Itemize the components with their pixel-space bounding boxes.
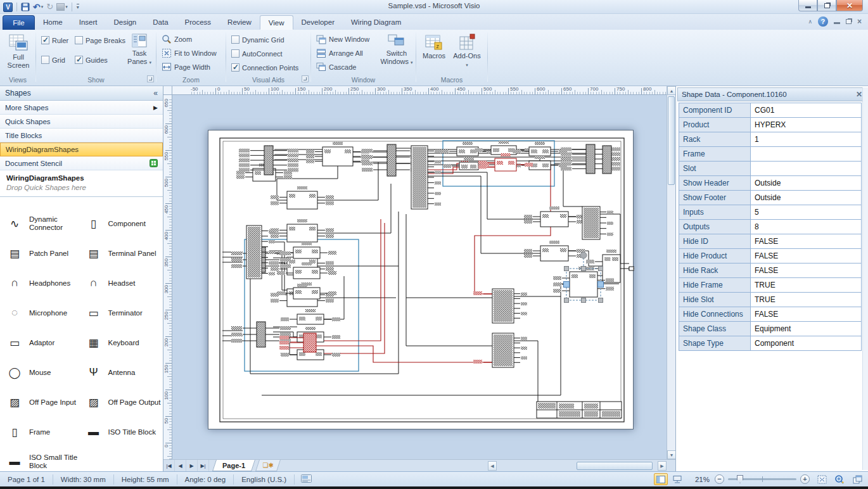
status-item[interactable]: Page 1 of 1 (0, 474, 53, 485)
stencil-shape[interactable]: ▤ Patch Panel (4, 244, 83, 263)
shape-data-field-value[interactable]: CG01 (751, 103, 862, 117)
insert-page-tab[interactable]: ❏✱ (255, 460, 281, 471)
scroll-left-icon[interactable]: ◀ (488, 461, 497, 471)
checkbox-icon[interactable] (41, 56, 49, 64)
stencil-shape[interactable]: ▯ Component (83, 214, 162, 233)
shape-data-field-value[interactable]: 8 (751, 220, 862, 234)
ribbon-tab[interactable]: Insert (71, 15, 106, 30)
horizontal-ruler[interactable]: -500501001502002503003504004505005506006… (172, 86, 667, 95)
shape-data-field-value[interactable] (751, 162, 862, 175)
stencil-shape[interactable]: ◌ Microphone (4, 303, 83, 322)
ribbon-tab[interactable]: View (260, 15, 293, 30)
zoom-slider-thumb[interactable] (737, 475, 743, 483)
minimize-button[interactable] (798, 0, 817, 11)
macros-button[interactable]: z Macros (419, 33, 449, 60)
shape-data-field-value[interactable]: FALSE (751, 264, 862, 277)
doc-restore-icon[interactable] (846, 19, 852, 24)
next-page-button[interactable]: ▶ (186, 460, 198, 471)
arrange-all-button[interactable]: Arrange All (316, 46, 363, 60)
stencil-shape[interactable]: ▭ Terminator (83, 303, 162, 322)
shape-data-field-value[interactable]: Equipment (751, 322, 862, 336)
checkbox-grid[interactable]: Grid (41, 56, 65, 64)
checkbox-guides[interactable]: Guides (75, 56, 108, 64)
shape-data-field-value[interactable]: FALSE (751, 234, 862, 248)
shape-data-field-value[interactable]: Component (751, 336, 862, 350)
stencil-section-row[interactable]: Title Blocks (0, 129, 163, 143)
horizontal-scrollbar[interactable]: ◀ ▶ (279, 460, 675, 471)
ribbon-tab[interactable]: Wiring Diagram (343, 15, 409, 30)
zoom-out-button[interactable]: − (715, 474, 724, 484)
drawing-page[interactable] (208, 130, 634, 429)
new-window-button[interactable]: New Window (316, 32, 369, 46)
checkbox-icon[interactable] (75, 36, 83, 44)
stencil-section-row[interactable]: WiringDiagramShapes (0, 143, 163, 156)
stencil-shape[interactable]: ∩ Headphones (4, 274, 83, 293)
stencil-shape[interactable]: Ψ Antenna (83, 363, 162, 382)
stencil-shape[interactable]: ▬ ISO Small Title Block (4, 452, 83, 471)
status-item[interactable]: Width: 30 mm (53, 474, 114, 485)
show-dialog-launcher[interactable] (147, 75, 154, 82)
language-keyboard-icon[interactable] (295, 474, 318, 485)
fit-page-button[interactable] (815, 473, 829, 485)
scroll-down-icon[interactable]: ▼ (667, 450, 676, 459)
checkbox-icon[interactable] (75, 56, 83, 64)
shape-data-field-value[interactable]: 5 (751, 205, 862, 219)
switch-windows-dropdown[interactable]: ▾ (411, 60, 413, 65)
checkbox-icon[interactable] (231, 35, 239, 44)
drawing-canvas[interactable] (172, 95, 667, 459)
close-button[interactable]: ✕ (836, 0, 863, 11)
ribbon-tab[interactable]: Process (177, 15, 220, 30)
horizontal-scroll-thumb[interactable] (577, 462, 653, 470)
checkbox-page-breaks[interactable]: Page Breaks (75, 36, 125, 44)
stencil-shape[interactable]: ▬ ISO Title Block (83, 422, 162, 441)
switch-windows-button-status[interactable] (850, 473, 864, 485)
stencil-shape[interactable]: ∩ Headset (83, 274, 162, 293)
full-screen-toggle[interactable] (670, 473, 684, 485)
ribbon-tab[interactable]: Review (219, 15, 260, 30)
shape-data-title-bar[interactable]: Shape Data - Component.10160 ✕ (677, 87, 867, 101)
task-panes-button[interactable]: TaskPanes ▾ (125, 33, 154, 67)
stencil-shape[interactable]: ∿ Dynamic Connector (4, 214, 83, 233)
vertical-scrollbar[interactable]: ▲ ▼ (667, 86, 675, 459)
shape-data-field-value[interactable]: TRUE (751, 278, 862, 292)
ribbon-tab[interactable]: Design (105, 15, 144, 30)
checkbox-dynamic-grid[interactable]: Dynamic Grid (231, 35, 284, 44)
shape-data-field-value[interactable] (751, 147, 862, 161)
ribbon-tab[interactable]: Home (35, 15, 71, 30)
checkbox-ruler[interactable]: Ruler (41, 36, 68, 44)
close-panel-icon[interactable]: ✕ (856, 90, 862, 99)
full-screen-button[interactable]: Full Screen (4, 33, 32, 70)
doc-close-icon[interactable]: × (857, 17, 862, 26)
stencil-shape[interactable]: ▨ Off Page Input (4, 393, 83, 412)
stencil-shape[interactable]: ▦ Keyboard (83, 333, 162, 352)
shape-data-scrollbar[interactable] (862, 87, 868, 470)
vertical-ruler[interactable]: 650600550500450400350300250200150100500 (163, 95, 172, 459)
status-item[interactable]: English (U.S.) (234, 474, 295, 485)
shapes-window-toggle[interactable] (654, 473, 668, 485)
previous-page-button[interactable]: ◀ (175, 460, 186, 471)
shape-data-field-value[interactable]: FALSE (751, 249, 862, 263)
zoom-level[interactable]: 21% (688, 476, 710, 483)
stencil-section-row[interactable]: More Shapes ▶ (0, 101, 163, 115)
help-icon[interactable]: ? (818, 16, 828, 27)
visual-aids-dialog-launcher[interactable] (302, 75, 309, 82)
shape-data-field-value[interactable]: FALSE (751, 307, 862, 321)
add-ons-button[interactable]: Add-Ons▾ (452, 33, 482, 69)
last-page-button[interactable]: ▶| (198, 460, 209, 471)
ribbon-tab[interactable]: Developer (293, 15, 343, 30)
scroll-right-icon[interactable]: ▶ (658, 461, 667, 471)
scroll-up-icon[interactable]: ▲ (667, 86, 676, 95)
ribbon-tab[interactable]: Data (144, 15, 176, 30)
stencil-shape[interactable]: ▨ Off Page Output (83, 393, 162, 412)
collapse-panel-icon[interactable]: « (153, 89, 158, 98)
zoom-button[interactable]: Zoom (162, 32, 192, 46)
doc-minimize-icon[interactable] (834, 22, 840, 24)
shape-data-field-value[interactable]: 1 (751, 132, 862, 146)
checkbox-autoconnect[interactable]: AutoConnect (231, 49, 283, 58)
zoom-window-button[interactable] (833, 473, 846, 485)
fit-to-window-button[interactable]: Fit to Window (162, 46, 217, 60)
stencil-shape[interactable]: ▭ Adaptor (4, 333, 83, 352)
zoom-slider[interactable] (728, 478, 796, 480)
page-tab[interactable]: Page-1 (212, 460, 255, 471)
checkbox-connection-points[interactable]: Connection Points (231, 63, 298, 72)
